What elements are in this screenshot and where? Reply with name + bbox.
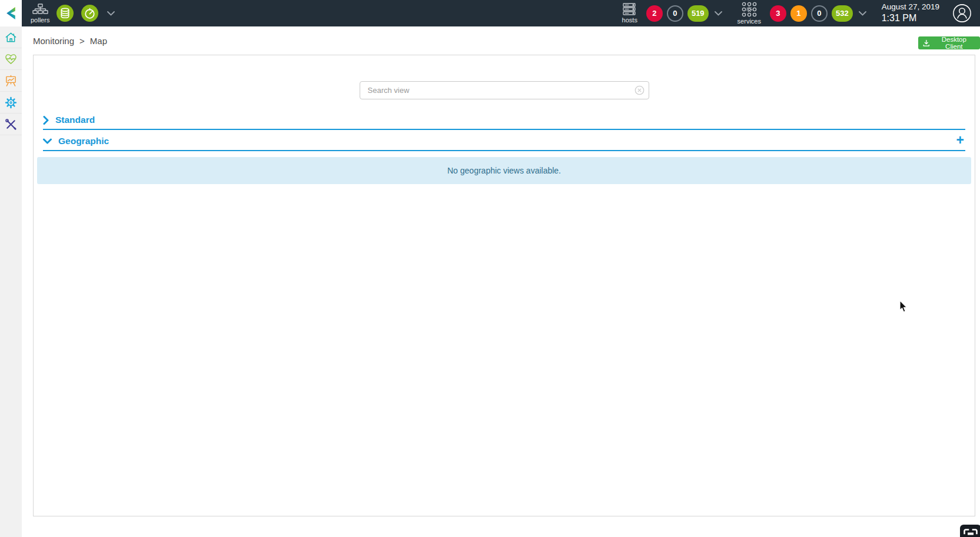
sidebar-item-home[interactable] [0,26,22,48]
add-geographic-view-button[interactable]: + [952,134,965,148]
breadcrumb-map[interactable]: Map [90,36,107,46]
map-views-panel: Standard Geographic + No geographic view… [33,55,975,516]
hosts-down-badge[interactable]: 2 [646,5,663,22]
hosts-menu[interactable]: hosts [622,3,637,24]
services-status-group: services 3 1 0 532 [738,2,866,25]
alert-message: No geographic views available. [447,166,561,175]
top-bar: pollers [0,0,980,26]
user-menu[interactable] [952,4,972,23]
services-label: services [738,18,761,25]
hosts-label: hosts [622,17,637,24]
search-box [360,81,649,99]
centreon-logo[interactable] [0,0,22,26]
search-input[interactable] [360,81,649,99]
services-menu[interactable]: services [738,2,761,25]
sidebar-item-configuration[interactable] [0,92,22,114]
sidebar [0,26,22,537]
hosts-dropdown-chevron-icon[interactable] [715,11,722,16]
poller-dropdown-chevron-icon[interactable] [107,11,115,16]
database-status-icon[interactable] [56,4,74,22]
user-avatar-icon [952,4,972,23]
desktop-client-button[interactable]: Desktop Client [918,36,980,49]
download-icon [923,39,930,47]
desktop-client-label: Desktop Client [933,36,975,50]
current-time: 1:31 PM [882,12,939,24]
services-critical-badge[interactable]: 3 [770,5,786,22]
tools-icon [5,118,17,131]
section-geographic[interactable]: Geographic + [43,132,965,151]
centreon-logo-icon [4,6,18,21]
chevron-right-icon [43,116,49,125]
section-standard[interactable]: Standard [43,111,965,130]
home-icon [5,31,17,44]
screenshot-overlay-icon[interactable] [960,525,980,537]
services-warning-badge[interactable]: 1 [790,5,807,22]
pollers-icon [32,4,48,16]
poller-status-group: pollers [31,4,115,24]
pollers-label: pollers [31,17,49,24]
sidebar-item-monitoring[interactable] [0,48,22,70]
view-sections: Standard Geographic + [43,111,965,151]
sidebar-item-reporting[interactable] [0,70,22,92]
breadcrumb: Monitoring > Map [33,36,107,46]
clear-search-icon[interactable] [634,85,645,98]
chart-easel-icon [5,75,17,87]
no-geographic-views-alert: No geographic views available. [37,157,971,184]
latency-gauge-status-icon[interactable] [81,4,99,22]
services-dropdown-chevron-icon[interactable] [859,11,866,16]
pollers-menu[interactable]: pollers [31,4,49,24]
hosts-unreachable-badge[interactable]: 0 [667,5,683,22]
heartbeat-icon [5,53,17,65]
page: pollers [0,0,980,537]
services-ok-badge[interactable]: 532 [832,5,853,22]
hosts-icon [623,3,637,16]
services-icon [742,2,757,17]
sidebar-item-administration[interactable] [0,114,22,135]
section-standard-label: Standard [55,115,95,125]
chevron-down-icon [43,138,52,144]
section-geographic-label: Geographic [58,136,109,146]
current-date: August 27, 2019 [882,2,939,12]
breadcrumb-monitoring[interactable]: Monitoring [33,36,74,46]
clock: August 27, 2019 1:31 PM [882,2,939,24]
breadcrumb-separator: > [79,36,85,46]
hosts-up-badge[interactable]: 519 [687,5,709,22]
gear-icon [5,96,17,109]
hosts-status-group: hosts 2 0 519 [622,3,722,24]
services-unknown-badge[interactable]: 0 [811,5,828,22]
